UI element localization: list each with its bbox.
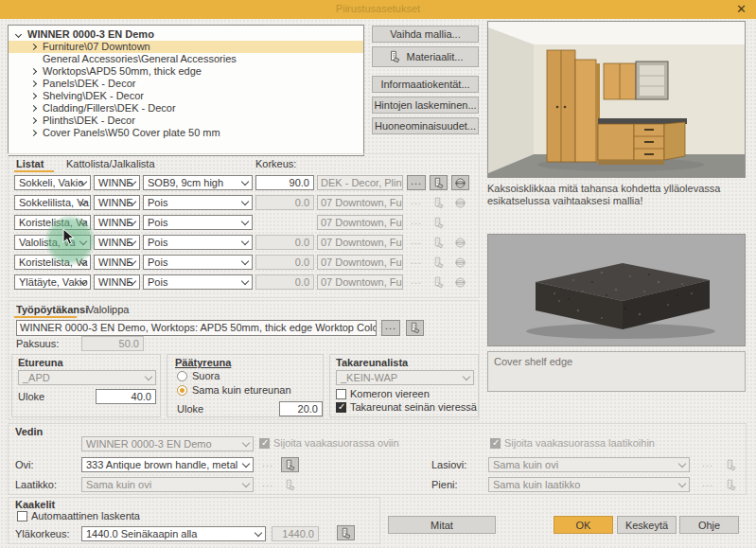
tab-valolippa[interactable]: Valolippa xyxy=(87,304,129,315)
titlebar[interactable]: Piirustusasetukset ✕ xyxy=(0,0,756,19)
keskeyta-button[interactable]: Keskeytä xyxy=(617,516,677,534)
etureuna-title: Etureuna xyxy=(18,357,63,368)
list-type-dropdown[interactable]: Koristelista, Va xyxy=(14,215,91,230)
ylakorkeus-label: Yläkorkeus: xyxy=(15,528,69,539)
height-field: 0.0 xyxy=(255,274,314,290)
worktop-material-preview[interactable] xyxy=(487,234,746,346)
automaattinen-laskenta-checkbox[interactable] xyxy=(17,511,27,521)
laatikko-label: Laatikko: xyxy=(15,479,57,490)
list-type-dropdown[interactable]: Ylätäyte, Vakio xyxy=(14,274,91,290)
material-button[interactable] xyxy=(430,175,448,190)
model-dropdown[interactable]: SOB9, 9cm high xyxy=(143,175,253,190)
radio-sama-label: Sama kuin etureunan xyxy=(192,384,291,396)
etureuna-dropdown[interactable]: _APD xyxy=(18,370,156,385)
vedin-model-dropdown[interactable]: WINNER 0000-3 EN Demo xyxy=(81,436,254,451)
tree-root[interactable]: WINNER 0000-3 EN Demo xyxy=(9,28,363,41)
takareunalista-dropdown[interactable]: _KEIN-WAP xyxy=(336,370,474,385)
material-icon xyxy=(432,276,445,289)
kaakelit-material-button[interactable] xyxy=(337,525,355,540)
library-dropdown[interactable]: WINNE xyxy=(94,255,140,270)
ovi-material-button[interactable] xyxy=(281,457,299,472)
change-model-button[interactable]: Vaihda mallia... xyxy=(372,26,479,43)
source-field: 07 Downtown, Furniture xyxy=(317,215,403,230)
lasiovi-label: Lasiovi: xyxy=(431,459,466,470)
tree-item-plinths[interactable]: Plinths\DEK - Decor xyxy=(9,115,363,127)
material-icon xyxy=(284,479,296,491)
model-dropdown[interactable]: Pois xyxy=(143,255,253,270)
etureuna-uloke-field[interactable]: 40.0 xyxy=(96,389,156,404)
mitat-button[interactable]: Mitat xyxy=(388,516,496,534)
render-button xyxy=(451,195,469,210)
render-button xyxy=(451,235,469,250)
preview-hint-text: Kaksoisklikkaa mitä tahansa kohdetta yll… xyxy=(487,183,746,207)
source-field: DEK - Decor, Plinths xyxy=(317,175,403,190)
info-fields-button[interactable]: Informaatiokentät... xyxy=(372,76,479,93)
vedin-title: Vedin xyxy=(15,426,43,437)
worktop-browse-button[interactable]: ... xyxy=(381,320,400,336)
takareunalista-group: Takareunalista _KEIN-WAP Komeron viereen… xyxy=(329,354,479,417)
model-dropdown[interactable]: Pois xyxy=(143,274,253,290)
pieni-browse-button: ... xyxy=(698,477,717,492)
paatyreuna-uloke-field[interactable]: 20.0 xyxy=(279,401,323,416)
ovi-dropdown[interactable]: 333 Antique brown handle, metal xyxy=(81,457,254,472)
chevron-right-icon xyxy=(30,68,37,75)
model-dropdown[interactable]: Pois xyxy=(143,215,253,230)
active-tab-underline xyxy=(14,316,77,318)
model-dropdown[interactable]: Pois xyxy=(143,235,253,250)
tab-kattolista[interactable]: Kattolista/Jalkalista xyxy=(66,158,155,169)
komeron-viereen-label: Komeron viereen xyxy=(350,388,430,399)
height-field: 0.0 xyxy=(255,195,314,210)
laatikko-dropdown[interactable]: Sama kuin ovi xyxy=(81,477,254,492)
chevron-down-icon xyxy=(242,480,250,487)
tree-item-cladding[interactable]: Cladding/Fillers\DEK - Decor xyxy=(9,102,363,115)
browse-button[interactable]: ... xyxy=(407,175,426,190)
tree-item-cover-panels[interactable]: Cover Panels\W50 Cover plate 50 mm xyxy=(9,127,363,139)
worktop-description-field[interactable]: WINNER 0000-3 EN Demo, Worktops: APD5 50… xyxy=(16,320,377,336)
tree-item-worktops[interactable]: Worktops\APD5 50mm, thick edge xyxy=(9,65,363,78)
ok-button[interactable]: OK xyxy=(554,516,613,534)
worktop-material-button[interactable] xyxy=(406,320,424,336)
ohje-button[interactable]: Ohje xyxy=(679,516,739,534)
list-type-dropdown[interactable]: Koristelista, Va xyxy=(14,255,91,270)
radio-sama-kuin-etureunan[interactable] xyxy=(177,385,187,396)
library-dropdown[interactable]: WINNE xyxy=(94,274,140,290)
list-type-dropdown[interactable]: Valolista, Va xyxy=(14,235,91,250)
material-icon xyxy=(432,197,445,209)
takareunat-checkbox[interactable] xyxy=(336,402,346,413)
kitchen-preview-image[interactable] xyxy=(487,21,746,178)
radio-suora[interactable] xyxy=(177,371,187,381)
pieni-dropdown[interactable]: Sama kuin laatikko xyxy=(488,477,690,492)
library-dropdown[interactable]: WINNE xyxy=(94,175,140,190)
price-calculation-button[interactable]: Hintojen laskeminen... xyxy=(372,97,479,114)
browse-button: ... xyxy=(407,255,426,270)
tree-item-shelving[interactable]: Shelving\DEK - Decor xyxy=(9,90,363,102)
paatyreuna-title: Päätyreuna xyxy=(175,357,231,368)
model-dropdown[interactable]: Pois xyxy=(143,195,253,210)
library-dropdown[interactable]: WINNE xyxy=(94,215,140,230)
source-field: 07 Downtown, Furniture xyxy=(317,274,403,290)
komeron-viereen-checkbox[interactable] xyxy=(336,389,346,399)
chevron-down-icon xyxy=(241,218,249,225)
height-field[interactable]: 90.0 xyxy=(255,175,314,190)
tree-item-furniture[interactable]: Furniture\07 Downtown xyxy=(9,41,363,53)
render-button[interactable] xyxy=(451,175,469,190)
close-icon[interactable]: ✕ xyxy=(736,2,747,16)
chevron-down-icon xyxy=(241,238,249,245)
sijoita-oviin-checkbox xyxy=(259,438,270,449)
material-icon xyxy=(340,527,352,539)
tree-item-panels[interactable]: Panels\DEK - Decor xyxy=(9,78,363,90)
room-properties-button[interactable]: Huoneominaisuudet... xyxy=(372,117,479,134)
materials-button[interactable]: Materiaalit... xyxy=(372,46,479,67)
list-type-dropdown[interactable]: Sokkelilista, Va xyxy=(14,195,91,210)
library-dropdown[interactable]: WINNE xyxy=(94,235,140,250)
tab-tyopoytakansi[interactable]: Työpöytäkansi xyxy=(16,304,88,315)
lasiovi-dropdown[interactable]: Sama kuin ovi xyxy=(488,457,690,472)
library-dropdown[interactable]: WINNE xyxy=(94,195,140,210)
ylakorkeus-dropdown[interactable]: 1440.0 Seinäkaapin alla xyxy=(81,526,266,541)
tab-listat[interactable]: Listat xyxy=(16,158,44,169)
material-icon xyxy=(284,459,296,471)
radio-suora-label: Suora xyxy=(192,370,220,381)
list-type-dropdown[interactable]: Sokkeli, Vakio xyxy=(14,175,91,190)
chevron-down-icon xyxy=(255,529,262,537)
tree-item-general-accessories[interactable]: General Accessories\General Accessories xyxy=(9,53,363,65)
